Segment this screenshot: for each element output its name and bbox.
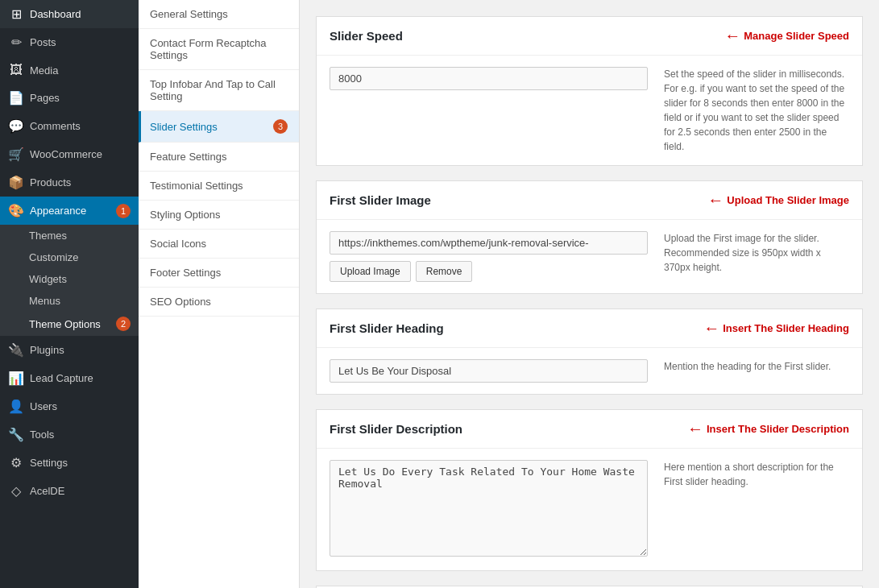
first-slider-image-input[interactable] xyxy=(330,231,648,255)
sidebar-item-appearance[interactable]: 🎨 Appearance 1 xyxy=(0,197,139,225)
sidebar-item-label: Settings xyxy=(30,457,131,469)
mid-panel-testimonial-settings[interactable]: Testimonial Settings xyxy=(139,172,299,201)
first-slider-image-annotation: ← Upload The Slider Image xyxy=(707,191,849,209)
first-slider-description-section: First Slider Description ← Insert The Sl… xyxy=(316,409,863,571)
sidebar: ⊞ Dashboard ✏ Posts 🖼 Media 📄 Pages 💬 Co… xyxy=(0,0,139,588)
sidebar-item-label: Comments xyxy=(30,120,131,132)
mid-panel-styling-options[interactable]: Styling Options xyxy=(139,201,299,230)
slider-speed-help: Set the speed of the slider in milliseco… xyxy=(664,67,849,154)
sidebar-item-theme-options[interactable]: Theme Options 2 xyxy=(0,312,139,336)
arrow-icon: ← xyxy=(687,420,703,438)
settings-icon: ⚙ xyxy=(8,455,24,470)
first-slider-heading-annotation: ← Insert The Slider Heading xyxy=(703,319,849,337)
main-content: Slider Speed ← Manage Slider Speed Set t… xyxy=(300,0,879,588)
first-slider-description-field-area: Let Us Do Every Task Related To Your Hom… xyxy=(330,460,648,559)
first-slider-heading-input[interactable] xyxy=(330,359,648,383)
sidebar-item-widgets[interactable]: Widgets xyxy=(0,268,139,290)
sidebar-item-comments[interactable]: 💬 Comments xyxy=(0,112,139,140)
sidebar-item-acelide[interactable]: ◇ AcelDE xyxy=(0,477,139,505)
first-slider-heading-body: Mention the heading for the First slider… xyxy=(317,348,862,394)
first-slider-image-title: First Slider Image xyxy=(330,193,431,207)
slider-speed-header: Slider Speed ← Manage Slider Speed xyxy=(317,17,862,56)
first-slider-heading-help: Mention the heading for the First slider… xyxy=(664,359,849,374)
media-icon: 🖼 xyxy=(8,63,24,77)
sidebar-item-tools[interactable]: 🔧 Tools xyxy=(0,420,139,449)
sidebar-item-label: Lead Capture xyxy=(30,372,131,384)
lead-capture-icon: 📊 xyxy=(8,371,24,386)
mid-panel-infobar-settings[interactable]: Top Infobar And Tap to Call Setting xyxy=(139,70,299,111)
slider-speed-input[interactable] xyxy=(330,67,648,90)
sidebar-item-woocommerce[interactable]: 🛒 WooCommerce xyxy=(0,140,139,168)
appearance-badge: 1 xyxy=(116,204,131,218)
sidebar-item-label: Plugins xyxy=(30,344,131,356)
appearance-submenu: Themes Customize Widgets Menus Theme Opt… xyxy=(0,225,139,336)
slider-speed-annotation: ← Manage Slider Speed xyxy=(724,27,849,45)
sidebar-item-products[interactable]: 📦 Products xyxy=(0,168,139,197)
arrow-icon: ← xyxy=(724,27,740,45)
first-slider-description-help: Here mention a short description for the… xyxy=(664,460,849,489)
sidebar-item-label: Tools xyxy=(30,429,131,441)
acelide-icon: ◇ xyxy=(8,483,24,499)
mid-panel-general-settings[interactable]: General Settings xyxy=(139,0,299,29)
mid-panel: General Settings Contact Form Recaptcha … xyxy=(139,0,300,588)
upload-image-button[interactable]: Upload Image xyxy=(330,261,411,282)
tools-icon: 🔧 xyxy=(8,427,24,442)
plugins-icon: 🔌 xyxy=(8,342,24,358)
first-slider-heading-field-area xyxy=(330,359,648,383)
users-icon: 👤 xyxy=(8,399,24,414)
sidebar-item-label: Dashboard xyxy=(30,8,131,20)
sidebar-item-label: Pages xyxy=(30,92,131,104)
comments-icon: 💬 xyxy=(8,118,24,134)
first-slider-description-body: Let Us Do Every Task Related To Your Hom… xyxy=(317,449,862,570)
slider-speed-body: Set the speed of the slider in milliseco… xyxy=(317,56,862,165)
sidebar-item-pages[interactable]: 📄 Pages xyxy=(0,84,139,112)
mid-panel-seo-options[interactable]: SEO Options xyxy=(139,288,299,317)
first-slider-image-section: First Slider Image ← Upload The Slider I… xyxy=(316,180,863,294)
sidebar-item-label: Products xyxy=(30,176,131,188)
sidebar-item-settings[interactable]: ⚙ Settings xyxy=(0,449,139,477)
first-slider-heading-section: First Slider Heading ← Insert The Slider… xyxy=(316,308,863,395)
sidebar-item-menus[interactable]: Menus xyxy=(0,290,139,312)
sidebar-item-posts[interactable]: ✏ Posts xyxy=(0,28,139,56)
first-slider-image-help: Upload the First image for the slider. R… xyxy=(664,231,849,275)
first-slider-description-annotation: ← Insert The Slider Description xyxy=(687,420,849,438)
first-slider-heading-title: First Slider Heading xyxy=(330,321,444,335)
theme-options-badge: 2 xyxy=(116,317,131,331)
first-slider-image-body: Upload Image Remove Upload the First ima… xyxy=(317,220,862,293)
sidebar-item-customize[interactable]: Customize xyxy=(0,246,139,268)
mid-panel-footer-settings[interactable]: Footer Settings xyxy=(139,259,299,288)
slider-settings-badge: 3 xyxy=(273,119,288,134)
sidebar-item-label: Posts xyxy=(30,36,131,48)
sidebar-item-lead-capture[interactable]: 📊 Lead Capture xyxy=(0,364,139,392)
sidebar-item-label: AcelDE xyxy=(30,485,131,497)
appearance-icon: 🎨 xyxy=(8,203,24,218)
sidebar-item-label: Appearance xyxy=(30,205,110,217)
sidebar-item-users[interactable]: 👤 Users xyxy=(0,392,139,420)
first-slider-description-textarea[interactable]: Let Us Do Every Task Related To Your Hom… xyxy=(330,460,648,557)
first-slider-description-title: First Slider Description xyxy=(330,422,462,436)
sidebar-item-label: WooCommerce xyxy=(30,148,131,160)
sidebar-item-plugins[interactable]: 🔌 Plugins xyxy=(0,336,139,364)
slider-speed-title: Slider Speed xyxy=(330,29,403,43)
mid-panel-slider-settings[interactable]: Slider Settings 3 xyxy=(139,111,299,143)
woocommerce-icon: 🛒 xyxy=(8,147,24,162)
products-icon: 📦 xyxy=(8,175,24,190)
first-slider-image-field-area: Upload Image Remove xyxy=(330,231,648,282)
pages-icon: 📄 xyxy=(8,90,24,106)
mid-panel-social-icons[interactable]: Social Icons xyxy=(139,230,299,259)
sidebar-item-label: Media xyxy=(30,64,131,77)
slider-speed-field-area xyxy=(330,67,648,90)
first-slider-heading-header: First Slider Heading ← Insert The Slider… xyxy=(317,309,862,348)
slider-speed-section: Slider Speed ← Manage Slider Speed Set t… xyxy=(316,16,863,166)
first-slider-image-header: First Slider Image ← Upload The Slider I… xyxy=(317,181,862,220)
sidebar-item-dashboard[interactable]: ⊞ Dashboard xyxy=(0,0,139,28)
dashboard-icon: ⊞ xyxy=(8,6,24,22)
sidebar-item-themes[interactable]: Themes xyxy=(0,225,139,246)
sidebar-item-label: Users xyxy=(30,400,131,412)
first-slider-description-header: First Slider Description ← Insert The Sl… xyxy=(317,410,862,449)
mid-panel-recaptcha-settings[interactable]: Contact Form Recaptcha Settings xyxy=(139,29,299,70)
sidebar-item-media[interactable]: 🖼 Media xyxy=(0,56,139,84)
mid-panel-feature-settings[interactable]: Feature Settings xyxy=(139,143,299,172)
remove-image-button[interactable]: Remove xyxy=(416,261,473,282)
first-slider-image-btn-row: Upload Image Remove xyxy=(330,261,648,282)
